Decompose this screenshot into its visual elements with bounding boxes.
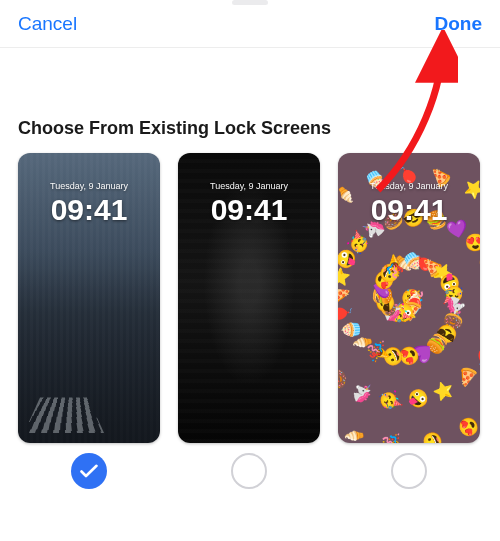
clock-date: Tuesday, 9 January	[18, 181, 160, 191]
clock-time: 09:41	[18, 193, 160, 227]
check-icon	[80, 464, 98, 478]
radio-unselected-indicator	[391, 453, 427, 489]
radio-unselected-indicator	[231, 453, 267, 489]
selection-radios	[0, 443, 500, 489]
top-bar: Cancel Done	[0, 0, 500, 48]
lockscreen-thumb-3[interactable]: 😀🎉🍦🧁🎈🍕⭐🤪🥳🦄🍩😎🍔💜😍😀🎉🍦🧁🎈🍕⭐🤪🥳🦄🍩😎🍔💜😍😀🎉🍦🧁🎈🍕⭐🤪🥳🦄…	[338, 153, 480, 443]
clock-time: 09:41	[178, 193, 320, 227]
clock-date: Tuesday, 9 January	[338, 181, 480, 191]
done-button[interactable]: Done	[429, 9, 489, 39]
radio-selected-indicator	[71, 453, 107, 489]
section-title: Choose From Existing Lock Screens	[0, 48, 500, 153]
radio-2[interactable]	[178, 453, 320, 489]
clock-date: Tuesday, 9 January	[178, 181, 320, 191]
lockscreen-thumb-2[interactable]: Tuesday, 9 January 09:41	[178, 153, 320, 443]
radio-3[interactable]	[338, 453, 480, 489]
lockscreen-thumbnails: Tuesday, 9 January 09:41 Tuesday, 9 Janu…	[0, 153, 500, 443]
radio-1[interactable]	[18, 453, 160, 489]
sheet-grabber[interactable]	[232, 0, 268, 5]
clock-overlay: Tuesday, 9 January 09:41	[338, 181, 480, 227]
clock-time: 09:41	[338, 193, 480, 227]
clock-overlay: Tuesday, 9 January 09:41	[18, 181, 160, 227]
cancel-button[interactable]: Cancel	[12, 9, 83, 39]
lockscreen-thumb-1[interactable]: Tuesday, 9 January 09:41	[18, 153, 160, 443]
clock-overlay: Tuesday, 9 January 09:41	[178, 181, 320, 227]
